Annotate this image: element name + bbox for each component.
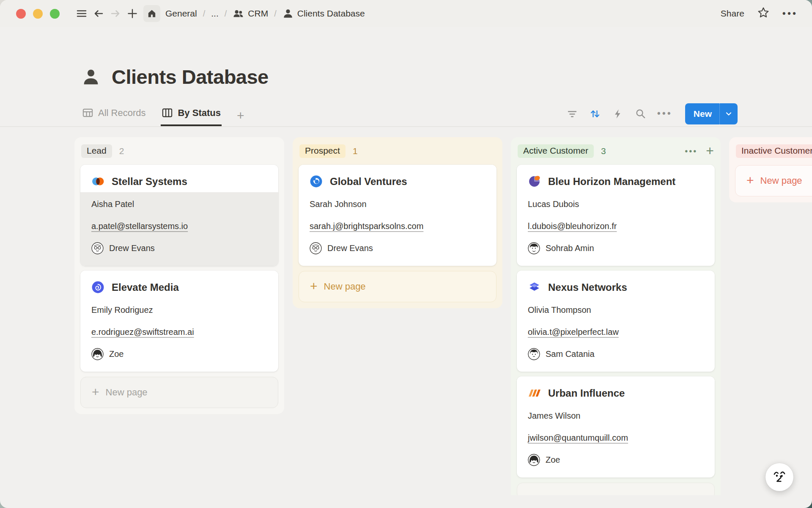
avatar-drew-evans <box>91 242 104 254</box>
card-owner: Drew Evans <box>310 240 486 256</box>
new-page-label: New page <box>324 281 366 292</box>
new-page-button-lead[interactable]: + New page <box>80 377 278 408</box>
person-icon <box>283 8 294 19</box>
blue-spiral-icon <box>91 281 104 294</box>
breadcrumb-item-clients-database[interactable]: Clients Database <box>283 8 365 19</box>
owner-name: Sohrab Amin <box>546 243 594 253</box>
home-icon <box>147 8 157 19</box>
card-global-ventures[interactable]: Global Ventures Sarah Johnson sarah.j@br… <box>299 165 497 266</box>
tab-by-status[interactable]: By Status <box>161 101 221 126</box>
new-record-button[interactable]: New <box>685 103 738 124</box>
avatar-zoe <box>91 348 104 360</box>
board-view-icon <box>162 107 173 119</box>
tab-all-records[interactable]: All Records <box>81 101 146 126</box>
breadcrumb-item-collapsed[interactable]: ... <box>211 8 219 19</box>
window-controls <box>16 9 60 19</box>
owner-name: Drew Evans <box>327 243 373 253</box>
breadcrumb-item-crm[interactable]: CRM <box>233 8 268 19</box>
status-badge[interactable]: Prospect <box>299 144 346 158</box>
card-email[interactable]: a.patel@stellarsystems.io <box>91 218 267 234</box>
avatar-sam-catania <box>528 348 540 360</box>
card-stellar-systems[interactable]: Stellar Systems Aisha Patel a.patel@stel… <box>80 165 278 266</box>
view-more-button[interactable]: ••• <box>657 109 672 119</box>
card-urban-influence[interactable]: Urban Influence James Wilson jwilson@qua… <box>517 376 715 478</box>
filter-button[interactable] <box>566 108 579 120</box>
breadcrumb-item-general[interactable]: General <box>165 8 197 19</box>
add-view-button[interactable]: + <box>236 102 245 125</box>
people-icon <box>233 8 244 19</box>
card-email[interactable]: l.dubois@bleuhorizon.fr <box>528 218 704 234</box>
new-page-button-active[interactable] <box>517 483 715 495</box>
card-email[interactable]: jwilson@quantumquill.com <box>528 430 704 445</box>
owner-name: Drew Evans <box>109 243 155 253</box>
card-elevate-media[interactable]: Elevate Media Emily Rodriguez e.rodrigue… <box>80 271 278 372</box>
new-page-button-prospect[interactable]: + New page <box>299 271 497 302</box>
titlebar-actions: Share ••• <box>721 6 798 21</box>
arrow-right-icon <box>110 8 121 19</box>
kanban-board: Lead 2 Stellar Systems Aisha Patel a.pat… <box>0 127 812 495</box>
status-badge[interactable]: Active Customer <box>518 144 594 158</box>
owner-name: Sam Catania <box>546 349 595 359</box>
column-more-button[interactable]: ••• <box>685 147 697 155</box>
home-button[interactable] <box>143 5 160 22</box>
blue-layers-icon <box>528 281 541 294</box>
card-contact-name: Lucas Dubois <box>528 196 704 212</box>
avatar-zoe <box>528 454 540 466</box>
new-page-label: New page <box>760 175 802 186</box>
new-record-label[interactable]: New <box>685 103 719 124</box>
plus-icon: + <box>310 280 318 293</box>
card-email[interactable]: sarah.j@brightsparksolns.com <box>310 218 486 234</box>
card-bleu-horizon-management[interactable]: Bleu Horizon Management Lucas Dubois l.d… <box>517 165 715 266</box>
favorite-button[interactable] <box>757 6 770 21</box>
card-email[interactable]: olivia.t@pixelperfect.law <box>528 324 704 340</box>
card-owner: Zoe <box>91 346 267 362</box>
column-add-card-button[interactable]: + <box>706 146 714 157</box>
zoom-window-button[interactable] <box>50 9 60 19</box>
plus-icon: + <box>746 174 754 187</box>
purple-orange-shapes-icon <box>528 175 541 188</box>
avatar-sohrab-amin <box>528 242 540 254</box>
column-header: Inactive Customer <box>735 142 812 160</box>
status-badge[interactable]: Lead <box>81 144 112 158</box>
more-options-button[interactable]: ••• <box>782 9 798 19</box>
sort-button[interactable] <box>589 108 601 120</box>
arrow-left-icon <box>93 8 104 19</box>
column-active-customer: Active Customer 3 ••• + Bleu Horizon Man… <box>511 137 721 495</box>
plus-icon <box>127 8 138 19</box>
breadcrumb-label: CRM <box>248 8 268 19</box>
forward-button[interactable] <box>107 5 124 22</box>
sidebar-toggle-button[interactable] <box>73 5 90 22</box>
plus-icon: + <box>92 386 99 398</box>
share-button[interactable]: Share <box>721 8 744 19</box>
column-controls: ••• + <box>685 146 714 157</box>
assistant-button[interactable] <box>765 463 793 491</box>
column-prospect: Prospect 1 Global Ventures Sarah Johnson… <box>293 137 502 308</box>
table-view-icon <box>82 107 93 119</box>
page-title[interactable]: Clients Database <box>112 65 269 88</box>
tab-label: All Records <box>98 108 145 119</box>
owner-name: Zoe <box>109 349 123 359</box>
back-button[interactable] <box>90 5 107 22</box>
blue-swirl-icon <box>310 175 323 188</box>
hamburger-icon <box>76 8 87 19</box>
new-record-dropdown[interactable] <box>719 103 738 124</box>
card-contact-name: Olivia Thompson <box>528 302 704 318</box>
doodle-face-icon <box>771 469 788 486</box>
card-email[interactable]: e.rodriguez@swiftstream.ai <box>91 324 267 340</box>
column-count: 3 <box>601 146 606 156</box>
new-tab-button[interactable] <box>124 5 141 22</box>
new-page-button-inactive[interactable]: + New page <box>735 165 812 196</box>
card-contact-name: Emily Rodriguez <box>91 302 267 318</box>
breadcrumb-separator: / <box>224 9 228 19</box>
card-company-name: Bleu Horizon Management <box>548 176 675 188</box>
search-icon <box>635 108 646 119</box>
status-badge[interactable]: Inactive Customer <box>736 144 812 158</box>
search-button[interactable] <box>634 108 647 120</box>
automations-button[interactable] <box>612 108 624 120</box>
close-window-button[interactable] <box>16 9 26 19</box>
card-nexus-networks[interactable]: Nexus Networks Olivia Thompson olivia.t@… <box>517 271 715 372</box>
breadcrumb: General / ... / CRM / Clients Database <box>165 8 365 19</box>
venn-circles-icon <box>91 175 104 188</box>
minimize-window-button[interactable] <box>33 9 43 19</box>
card-company-name: Elevate Media <box>112 282 179 293</box>
